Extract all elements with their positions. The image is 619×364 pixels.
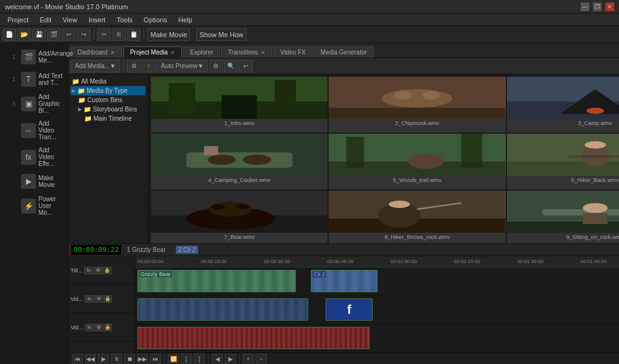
menu-edit[interactable]: Edit xyxy=(35,15,56,25)
next-frame-button[interactable]: ▶ xyxy=(225,353,236,364)
tab-dashboard[interactable]: Dashboard ✕ xyxy=(71,46,122,58)
menu-project[interactable]: Project xyxy=(2,15,33,25)
svg-point-27 xyxy=(584,141,605,149)
rewind-button[interactable]: ◀◀ xyxy=(85,353,96,364)
tree-item-main-timeline[interactable]: 📁 Main Timeline xyxy=(71,114,145,123)
open-button[interactable]: 📂 xyxy=(17,28,31,41)
tab-project-media-label: Project Media xyxy=(130,49,168,56)
clip-vid1-1[interactable] xyxy=(137,298,308,321)
tab-media-generator-label: Media Generator xyxy=(321,49,367,56)
timeline-tracks[interactable]: 00:00:00:00 00:00:15:00 00:00:30:00 00:0… xyxy=(135,256,619,353)
stop-button[interactable]: ⏹ xyxy=(124,353,135,364)
tree-item-custom-bins[interactable]: 📁 Custom Bins xyxy=(71,95,145,105)
media-thumb-2[interactable]: 2_Chipmunk.wmv xyxy=(329,77,505,132)
minimize-button[interactable]: — xyxy=(581,2,589,11)
tab-transitions-close[interactable]: ✕ xyxy=(261,50,266,56)
menu-options[interactable]: Options xyxy=(139,15,172,25)
media-btn-5[interactable]: ↩ xyxy=(239,60,253,72)
media-btn-3[interactable]: ⚙ xyxy=(209,60,223,72)
media-thumb-8[interactable]: 8_Hiker_throws_rock.wmv xyxy=(329,191,505,243)
track-solo-vid1[interactable]: ⚙ xyxy=(94,295,103,303)
thumb-label-4: 4_Camping_Cooker.wmv xyxy=(151,176,327,184)
media-thumb-5[interactable]: 5_Woods_trail.wmv xyxy=(329,134,505,189)
track-lock-title[interactable]: 🔒 xyxy=(103,267,111,274)
sidebar-item-1[interactable]: 1 🎬 Add/Arrange Me... xyxy=(0,46,67,68)
menu-view[interactable]: View xyxy=(58,15,82,25)
clip-title-1[interactable]: Grizzly Bear xyxy=(137,270,296,292)
thumb-label-7: 7_Bear.wmv xyxy=(151,233,327,241)
maximize-button[interactable]: ❐ xyxy=(593,2,602,11)
sidebar-item-5[interactable]: fx Add Video Effe... xyxy=(0,144,67,170)
tab-transitions-label: Transitions xyxy=(228,49,258,56)
loop-button[interactable]: 🔁 xyxy=(168,353,179,364)
media-btn-2[interactable]: ↑ xyxy=(142,60,155,72)
go-start-button[interactable]: ⏮ xyxy=(72,353,83,364)
copy-button[interactable]: ⎘ xyxy=(112,28,126,41)
tab-project-media[interactable]: Project Media ✕ xyxy=(123,46,182,58)
play-button[interactable]: ▶ xyxy=(98,353,109,364)
new-button[interactable]: 📄 xyxy=(2,28,16,41)
tab-project-media-close[interactable]: ✕ xyxy=(170,50,175,56)
sidebar-item-2[interactable]: 2 T Add Text and T... xyxy=(0,68,67,90)
track-lock-vid2[interactable]: 🔒 xyxy=(103,324,112,331)
svg-rect-2 xyxy=(169,83,196,114)
pause-button[interactable]: ⏸ xyxy=(111,353,122,364)
mark-in-button[interactable]: [ xyxy=(181,353,192,364)
tab-transitions[interactable]: Transitions ✕ xyxy=(221,46,272,58)
tree-item-storyboard[interactable]: ▶ 📁 Storyboard Bins xyxy=(71,105,145,114)
ruler-mark-1: 00:00:15:00 xyxy=(201,259,227,264)
redo-button[interactable]: ↪ xyxy=(77,28,90,41)
tree-item-all-media[interactable]: 📁 All Media xyxy=(71,77,145,86)
sidebar-item-6[interactable]: ▶ Make Movie xyxy=(0,170,67,193)
tab-video-fx[interactable]: Video FX xyxy=(274,46,313,58)
track-mute-vid1[interactable]: fx xyxy=(85,295,93,303)
track-lock-vid1[interactable]: 🔒 xyxy=(103,295,112,303)
media-thumb-4[interactable]: 4_Camping_Cooker.wmv xyxy=(151,134,327,189)
sidebar-item-7[interactable]: ⚡ Power User Mo... xyxy=(0,193,67,219)
svg-point-13 xyxy=(586,108,604,114)
show-me-how-button[interactable]: Show Me How xyxy=(196,28,246,41)
make-movie-button[interactable]: Make Movie xyxy=(147,28,190,41)
sidebar-item-4[interactable]: ↔ Add Video Tran... xyxy=(0,117,67,144)
auto-preview-button[interactable]: Auto Preview ▼ xyxy=(157,60,208,72)
render-button[interactable]: 🎬 xyxy=(47,28,61,41)
track-mute-title[interactable]: fx xyxy=(84,267,93,274)
prev-frame-button[interactable]: ◀ xyxy=(212,353,223,364)
menu-insert[interactable]: Insert xyxy=(84,15,111,25)
zoom-in-button[interactable]: + xyxy=(243,353,254,364)
media-btn-1[interactable]: ⚙ xyxy=(127,60,141,72)
tab-dashboard-close[interactable]: ✕ xyxy=(110,50,115,56)
media-btn-4[interactable]: 🔍 xyxy=(224,60,238,72)
track-solo-vid2[interactable]: ⚙ xyxy=(94,324,103,331)
go-end-button[interactable]: ⏭ xyxy=(150,353,161,364)
zoom-out-button[interactable]: − xyxy=(256,353,267,364)
track-solo-title[interactable]: ⚙ xyxy=(93,267,102,274)
media-thumb-3[interactable]: 3_Camp.wmv xyxy=(507,77,619,132)
media-thumb-9[interactable]: 9_Sitting_on_rock.wmv xyxy=(507,191,619,243)
mark-out-button[interactable]: ] xyxy=(194,353,205,364)
menu-help[interactable]: Help xyxy=(173,15,197,25)
undo-button[interactable]: ↩ xyxy=(62,28,76,41)
clip-audio-1[interactable] xyxy=(137,327,370,349)
track-mute-vid2[interactable]: fx xyxy=(85,324,93,331)
media-thumb-6[interactable]: 6_Hiker_Back.wmv xyxy=(507,134,619,189)
paste-button[interactable]: 📋 xyxy=(127,28,141,41)
close-button[interactable]: ✕ xyxy=(605,2,614,11)
clip-title-2[interactable]: Cli 2 xyxy=(311,270,378,292)
folder-icon-type: 📁 xyxy=(77,87,85,94)
clip-facebook[interactable]: f xyxy=(326,298,373,321)
svg-rect-4 xyxy=(222,95,257,119)
tab-media-generator[interactable]: Media Generator xyxy=(314,46,374,58)
tab-explorer[interactable]: Explorer xyxy=(183,46,220,58)
add-media-button[interactable]: Add Media... ▼ xyxy=(71,60,120,72)
thumb-img-2 xyxy=(329,77,505,119)
tree-item-media-by-type[interactable]: ▶ 📁 Media By Type xyxy=(71,86,145,95)
menu-tools[interactable]: Tools xyxy=(111,15,137,25)
ff-button[interactable]: ▶▶ xyxy=(137,353,148,364)
sidebar-item-3[interactable]: 3 ▣ Add Graphic Bl... xyxy=(0,90,67,117)
media-thumb-7[interactable]: 7_Bear.wmv xyxy=(151,191,327,243)
main-toolbar: 📄 📂 💾 🎬 ↩ ↪ ✂ ⎘ 📋 Make Movie Show Me How xyxy=(0,26,619,43)
cut-button[interactable]: ✂ xyxy=(97,28,111,41)
media-thumb-1[interactable]: 1_Intro.wmv xyxy=(151,77,327,132)
save-button[interactable]: 💾 xyxy=(32,28,46,41)
